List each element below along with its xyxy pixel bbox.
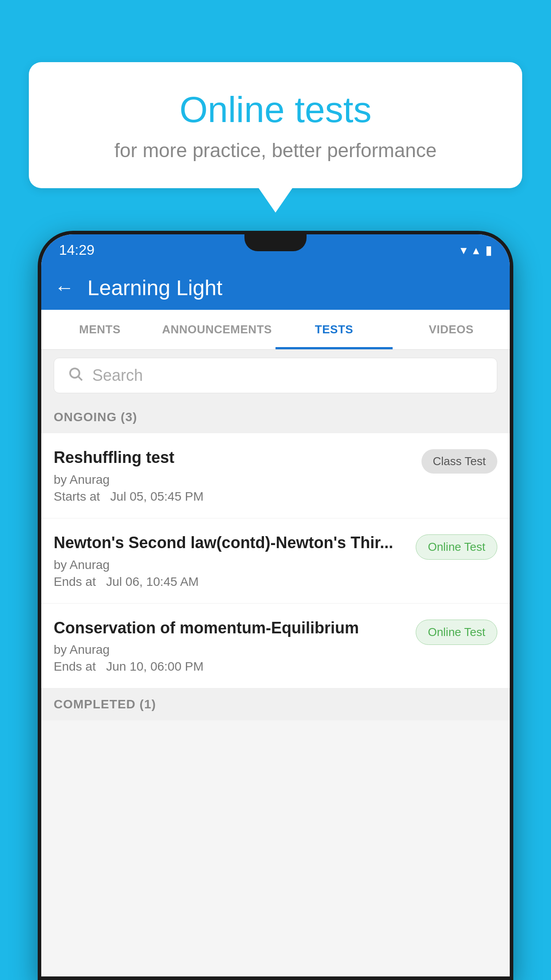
test-time-2: Ends at Jul 06, 10:45 AM: [54, 575, 407, 589]
tab-ments[interactable]: MENTS: [41, 310, 158, 349]
promo-section: Online tests for more practice, better p…: [29, 62, 522, 188]
phone-frame: 14:29 ▾ ▴ ▮ ← Learning Light MENTS ANNOU…: [38, 231, 513, 980]
test-by-1: by Anurag: [54, 473, 413, 487]
test-badge-1: Class Test: [421, 449, 497, 474]
test-item-1[interactable]: Reshuffling test by Anurag Starts at Jul…: [41, 433, 510, 518]
test-badge-3: Online Test: [416, 620, 497, 645]
svg-point-0: [70, 368, 79, 378]
completed-label: COMPLETED (1): [54, 697, 156, 711]
test-time-1: Starts at Jul 05, 05:45 PM: [54, 490, 413, 504]
test-info-2: Newton's Second law(contd)-Newton's Thir…: [54, 533, 407, 589]
test-list: Reshuffling test by Anurag Starts at Jul…: [41, 433, 510, 688]
search-bar[interactable]: Search: [54, 358, 497, 393]
signal-icon: ▴: [473, 243, 479, 257]
battery-icon: ▮: [485, 243, 492, 257]
search-icon: [67, 366, 83, 386]
status-icons: ▾ ▴ ▮: [460, 243, 492, 257]
app-title: Learning Light: [87, 276, 222, 300]
test-badge-2: Online Test: [416, 534, 497, 560]
svg-line-1: [79, 376, 82, 380]
test-info-3: Conservation of momentum-Equilibrium by …: [54, 618, 407, 674]
ongoing-section-header: ONGOING (3): [41, 401, 510, 433]
bubble-subtitle: for more practice, better performance: [64, 139, 487, 162]
test-time-3: Ends at Jun 10, 06:00 PM: [54, 660, 407, 674]
search-placeholder: Search: [92, 366, 143, 385]
phone-screen: 14:29 ▾ ▴ ▮ ← Learning Light MENTS ANNOU…: [41, 234, 510, 976]
tab-announcements[interactable]: ANNOUNCEMENTS: [158, 310, 276, 349]
status-bar: 14:29 ▾ ▴ ▮: [41, 234, 510, 265]
tabs-bar: MENTS ANNOUNCEMENTS TESTS VIDEOS: [41, 310, 510, 350]
test-item-2[interactable]: Newton's Second law(contd)-Newton's Thir…: [41, 518, 510, 604]
test-by-2: by Anurag: [54, 558, 407, 572]
status-time: 14:29: [59, 242, 94, 258]
test-item-3[interactable]: Conservation of momentum-Equilibrium by …: [41, 604, 510, 689]
completed-section-header: COMPLETED (1): [41, 688, 510, 720]
test-name-2: Newton's Second law(contd)-Newton's Thir…: [54, 533, 407, 553]
test-info-1: Reshuffling test by Anurag Starts at Jul…: [54, 447, 413, 504]
ongoing-label: ONGOING (3): [54, 410, 137, 424]
tab-videos[interactable]: VIDEOS: [393, 310, 510, 349]
wifi-icon: ▾: [460, 243, 467, 257]
test-by-3: by Anurag: [54, 643, 407, 657]
test-name-1: Reshuffling test: [54, 447, 413, 468]
app-bar: ← Learning Light: [41, 265, 510, 310]
test-name-3: Conservation of momentum-Equilibrium: [54, 618, 407, 639]
notch: [244, 234, 307, 251]
tab-tests[interactable]: TESTS: [276, 310, 393, 349]
search-container: Search: [41, 350, 510, 401]
speech-bubble: Online tests for more practice, better p…: [29, 62, 522, 188]
back-button[interactable]: ←: [55, 277, 74, 299]
bubble-title: Online tests: [64, 89, 487, 130]
